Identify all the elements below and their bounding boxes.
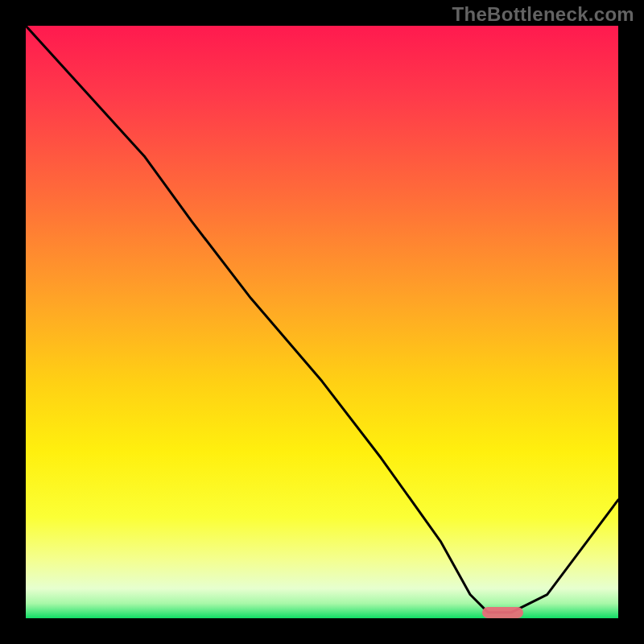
optimal-region-marker bbox=[482, 607, 524, 618]
bottleneck-curve-path bbox=[26, 26, 618, 613]
chart-container: TheBottleneck.com bbox=[0, 0, 644, 644]
plot-area bbox=[26, 26, 618, 618]
watermark-label: TheBottleneck.com bbox=[452, 3, 634, 26]
bottleneck-curve-svg bbox=[26, 26, 618, 618]
